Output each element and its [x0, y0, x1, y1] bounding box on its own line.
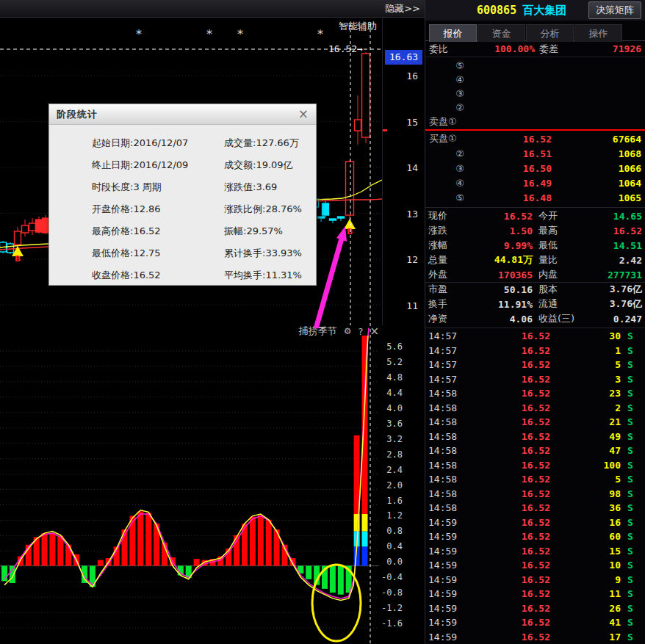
sell-level-row: ④: [425, 73, 645, 87]
tick-side: S: [621, 374, 642, 385]
dialog-field-right: 平均换手:11.31%: [224, 269, 302, 282]
price-axis-label: 12: [406, 254, 418, 265]
indicator-axis-label: 4.0: [386, 403, 403, 413]
tick-volume: 10: [550, 560, 621, 571]
indicator-axis-label: -0.8: [381, 587, 403, 598]
price-axis-label: 13: [406, 209, 418, 220]
tick-price: 16.52: [466, 546, 550, 557]
indicator-axis-label: 4.4: [386, 388, 403, 398]
price-axis-label: 14: [406, 162, 418, 173]
info-label: 换手: [428, 297, 461, 311]
tick-time: 14:59: [428, 574, 466, 585]
tick-volume: 21: [550, 416, 621, 427]
indicator-bar: [250, 517, 256, 566]
tick-time: 14:58: [428, 402, 466, 413]
info-value: 2.42: [591, 255, 642, 266]
stacked-indicator-bar: [362, 514, 368, 532]
dialog-field-right: 涨跌比例:28.76%: [224, 203, 302, 216]
tick-time: 14:58: [428, 460, 466, 471]
tab-资金[interactable]: 资金: [478, 24, 525, 42]
buy-level-label: ③: [429, 163, 464, 174]
candle-body: [330, 219, 336, 220]
info-value: 16.52: [461, 211, 533, 222]
tick-price: 16.52: [466, 431, 550, 442]
indicator-axis-label: 3.2: [386, 434, 403, 444]
hide-panel-button[interactable]: 隐藏>>: [385, 2, 420, 15]
decision-matrix-button[interactable]: 决策矩阵: [588, 1, 641, 19]
tick-volume: 30: [550, 330, 621, 341]
indicator-bar: [129, 516, 135, 566]
gear-icon[interactable]: ⚙: [344, 326, 352, 336]
buy-level-row: ④16.491064: [425, 176, 645, 190]
tick-time: 14:59: [428, 560, 466, 571]
indicator-close-icon[interactable]: ×: [370, 325, 379, 338]
tick-time: 14:59: [428, 617, 466, 628]
dialog-title-bar[interactable]: 阶段统计 ×: [49, 104, 316, 125]
info-row: 总量44.81万量比2.42: [425, 253, 645, 267]
highlight-circle: [312, 565, 361, 641]
help-icon[interactable]: ?: [358, 326, 364, 337]
tick-row: 14:5716.525S: [425, 358, 645, 372]
info-value: 0.247: [591, 314, 642, 325]
tick-row: 14:5716.521S: [425, 344, 645, 358]
close-icon[interactable]: ×: [298, 108, 309, 120]
tick-volume: 16: [550, 517, 621, 528]
tick-side: S: [621, 460, 642, 471]
weibi-row: 委比 100.00% 委差 71926: [425, 41, 645, 57]
indicator-axis-label: 2.0: [386, 480, 403, 491]
smart-assist-label[interactable]: 智能辅助: [339, 20, 377, 33]
buy-level-volume: 1065: [552, 192, 641, 203]
tick-price: 16.52: [466, 445, 550, 456]
tick-side: S: [621, 517, 642, 528]
sell-level-label: ②: [429, 102, 464, 113]
dialog-field-right: 成交量:127.66万: [224, 137, 299, 150]
tick-row: 14:5916.5216S: [425, 515, 645, 530]
chart-toolbar-strip: 隐藏>>: [0, 0, 425, 18]
indicator-bar: [194, 559, 200, 565]
dialog-row: 最低价格:12.75累计换手:33.93%: [49, 247, 316, 261]
indicator-bar: [49, 533, 55, 565]
info-label: 最高: [538, 224, 591, 237]
tab-分析[interactable]: 分析: [526, 24, 574, 42]
high-price-label: 16.52→: [328, 43, 363, 54]
tick-side: S: [621, 588, 642, 599]
star-marker: *: [317, 27, 323, 41]
tick-row: 14:5916.5210S: [425, 558, 645, 573]
candle-body: [322, 203, 329, 215]
tick-time: 14:59: [428, 588, 466, 599]
candle-body: [338, 217, 345, 218]
tick-time: 14:58: [428, 474, 466, 485]
info-label: 量比: [538, 253, 591, 267]
info-label: 最低: [538, 239, 591, 252]
buy-level-label: ④: [429, 178, 464, 189]
tab-操作[interactable]: 操作: [574, 24, 622, 42]
indicator-bar: [330, 566, 336, 593]
star-marker: *: [237, 27, 243, 41]
quote-panel-header: 600865 百大集团 决策矩阵: [425, 0, 645, 21]
axis-price-tick: [383, 129, 387, 131]
buy-level-price: 16.51: [464, 148, 552, 159]
tab-报价[interactable]: 报价: [429, 24, 477, 42]
sell-level-row: 卖盘①: [425, 115, 645, 129]
tick-time: 14:59: [428, 531, 466, 542]
tick-side: S: [621, 632, 642, 643]
info-value: 170365: [461, 269, 533, 281]
tick-price: 16.52: [466, 416, 550, 427]
dialog-field-right: 振幅:29.57%: [224, 225, 283, 238]
info-value: 16.52: [591, 225, 642, 236]
dialog-field-right: 累计换手:33.93%: [224, 247, 302, 260]
indicator-bar: [42, 533, 48, 565]
info-row: 涨幅9.99%最低14.51: [425, 238, 645, 253]
tick-time: 14:57: [428, 374, 466, 385]
info-value: 3.76亿: [591, 297, 642, 311]
buy-level-volume: 1068: [552, 148, 641, 159]
tick-row: 14:5816.5298S: [425, 487, 645, 502]
buy-level-price: 16.52: [464, 134, 552, 145]
indicator-axis-label: 4.8: [386, 372, 403, 383]
tick-volume: 5: [550, 474, 621, 485]
buy-level-price: 16.49: [464, 178, 552, 189]
candle-body: [346, 162, 354, 215]
buy-level-label: ②: [429, 148, 464, 159]
tick-side: S: [621, 502, 642, 513]
candle-body: [318, 217, 325, 218]
